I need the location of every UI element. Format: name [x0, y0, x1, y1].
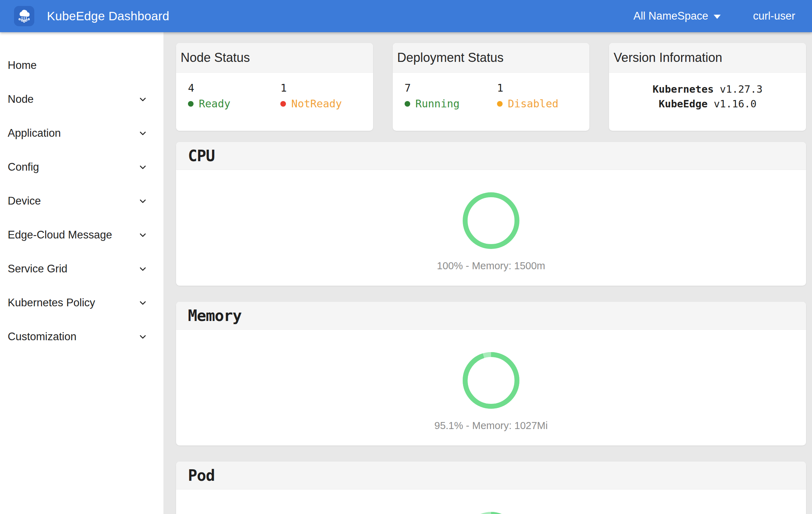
app-logo [14, 6, 34, 26]
gauge-caption: 100% - Memory: 1500m [437, 260, 545, 272]
chevron-down-icon [138, 162, 148, 172]
kubeedge-version: KubeEdge v1.16.0 [659, 97, 756, 111]
sidebar-item-kubernetes-policy[interactable]: Kubernetes Policy [0, 286, 163, 320]
pod-card: Pod [176, 462, 806, 514]
chevron-down-icon [138, 230, 148, 240]
sidebar-item-service-grid[interactable]: Service Grid [0, 252, 163, 286]
stat-notready: 1 NotReady [280, 82, 373, 131]
node-status-card: Node Status 4 Ready 1 NotRea [176, 43, 373, 131]
chevron-down-icon [138, 94, 148, 105]
status-dot [405, 101, 410, 107]
caret-down-icon [714, 15, 721, 19]
namespace-selector[interactable]: All NameSpace [634, 10, 721, 22]
stat-value: 7 [405, 82, 497, 94]
status-dot [188, 101, 194, 107]
card-title: Node Status [181, 50, 250, 65]
pod-donut-chart [461, 511, 521, 514]
chevron-down-icon [138, 331, 148, 342]
section-title: CPU [188, 147, 215, 165]
card-title: Version Information [614, 50, 722, 65]
sidebar-item-application[interactable]: Application [0, 116, 163, 150]
status-label: Disabled [508, 97, 559, 110]
cpu-donut-chart [461, 191, 521, 250]
sidebar-item-device[interactable]: Device [0, 184, 163, 218]
section-title: Pod [188, 466, 215, 484]
sidebar-item-home[interactable]: Home [0, 48, 163, 82]
section-title: Memory [188, 307, 241, 324]
version-information-card: Version Information Kubernetes v1.27.3 K… [609, 43, 806, 131]
status-label: Ready [199, 97, 230, 110]
memory-card: Memory 95.1% - Memory: 1027Mi [176, 302, 806, 445]
card-title: Deployment Status [397, 50, 504, 65]
status-dot [497, 101, 503, 107]
cpu-card: CPU 100% - Memory: 1500m [176, 142, 806, 286]
page-title: KubeEdge Dashboard [47, 9, 169, 23]
status-dot [280, 101, 286, 107]
cloud-icon [16, 8, 32, 24]
gauge-caption: 95.1% - Memory: 1027Mi [434, 420, 548, 431]
kubernetes-version: Kubernetes v1.27.3 [653, 82, 763, 97]
deployment-status-card: Deployment Status 7 Running 1 [393, 43, 590, 131]
stat-value: 4 [188, 82, 280, 94]
chevron-down-icon [138, 264, 148, 274]
kubeedge-dashboard: KubeEdge Dashboard All NameSpace curl-us… [0, 0, 812, 514]
chevron-down-icon [138, 128, 148, 138]
memory-donut-chart [461, 351, 521, 410]
stat-value: 1 [497, 82, 589, 94]
sidebar: Home Node Application Config Device Edge… [0, 32, 163, 514]
sidebar-item-edge-cloud-message[interactable]: Edge-Cloud Message [0, 218, 163, 252]
namespace-selector-label: All NameSpace [634, 10, 708, 22]
stat-ready: 4 Ready [188, 82, 280, 131]
header-bar: KubeEdge Dashboard All NameSpace curl-us… [0, 0, 812, 32]
status-label: NotReady [291, 97, 342, 110]
sidebar-item-node[interactable]: Node [0, 82, 163, 116]
status-label: Running [415, 97, 460, 110]
stat-value: 1 [280, 82, 373, 94]
stat-disabled: 1 Disabled [497, 82, 589, 131]
sidebar-item-customization[interactable]: Customization [0, 320, 163, 354]
chevron-down-icon [138, 298, 148, 308]
sidebar-item-config[interactable]: Config [0, 150, 163, 184]
chevron-down-icon [138, 196, 148, 206]
user-menu[interactable]: curl-user [753, 10, 795, 22]
main-content: Node Status 4 Ready 1 NotRea [176, 43, 806, 514]
stat-running: 7 Running [405, 82, 497, 131]
